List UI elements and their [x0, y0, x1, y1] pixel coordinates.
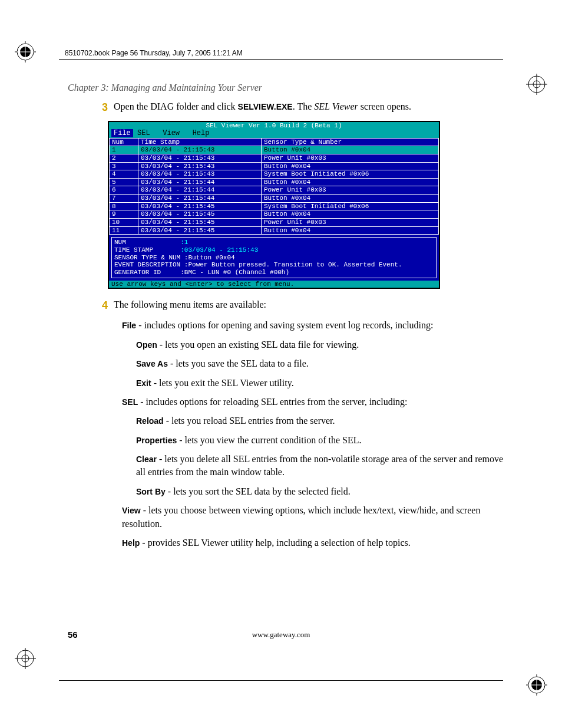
page: 8510702.book Page 56 Thursday, July 7, 2…	[0, 0, 562, 728]
text: . The	[293, 101, 315, 111]
top-frame-line	[59, 59, 503, 60]
step-4: 4 The following menu items are available…	[91, 298, 504, 313]
text: Open the DIAG folder and click	[114, 101, 238, 111]
table-row[interactable]: 403/03/04 - 21:15:43System Boot Initiate…	[110, 170, 439, 179]
table-row[interactable]: 103/03/04 - 21:15:43Button #0x04	[110, 146, 439, 154]
footer-url: www.gateway.com	[0, 630, 562, 640]
registration-mark-tr	[526, 74, 547, 95]
step-3: 3 Open the DIAG folder and click SELVIEW…	[91, 100, 504, 115]
ss-title: SEL Viewer Ver 1.0 Build 2 (Beta 1)	[109, 122, 439, 130]
step-number: 4	[91, 298, 108, 313]
menu-exit: Exit - lets you exit the SEL Viewer util…	[136, 377, 504, 390]
ss-footer: Use arrow keys and <Enter> to select fro…	[109, 281, 439, 288]
content: 3 Open the DIAG folder and click SELVIEW…	[91, 100, 504, 555]
menu-saveas: Save As - lets you save the SEL data to …	[136, 357, 504, 370]
menu-file[interactable]: File	[111, 129, 133, 137]
registration-mark-tl	[15, 41, 36, 62]
col-num: Num	[110, 138, 138, 146]
menu-reload: Reload - lets you reload SEL entries fro…	[136, 414, 504, 427]
step-body: Open the DIAG folder and click SELVIEW.E…	[114, 100, 504, 115]
menu-open: Open - lets you open an existing SEL dat…	[136, 338, 504, 351]
menu-help: Help - provides SEL Viewer utility help,…	[122, 536, 504, 549]
menu-view: View - lets you choose between viewing o…	[122, 504, 504, 531]
book-header: 8510702.book Page 56 Thursday, July 7, 2…	[65, 49, 243, 57]
table-row[interactable]: 1003/03/04 - 21:15:45Power Unit #0x03	[110, 219, 439, 227]
col-sensor: Sensor Type & Number	[262, 138, 439, 146]
exe-name: SELVIEW.EXE	[238, 102, 293, 111]
table-row[interactable]: 703/03/04 - 21:15:44Button #0x04	[110, 195, 439, 203]
table-header-row: Num Time Stamp Sensor Type & Number	[110, 138, 439, 146]
table-row[interactable]: 503/03/04 - 21:15:44Button #0x04	[110, 178, 439, 186]
screen-name: SEL Viewer	[314, 101, 358, 111]
table-row[interactable]: 803/03/04 - 21:15:45System Boot Initiate…	[110, 202, 439, 210]
bottom-frame-line	[59, 680, 503, 681]
table-row[interactable]: 903/03/04 - 21:15:45Button #0x04	[110, 210, 439, 219]
text: screen opens.	[358, 101, 411, 111]
table-row[interactable]: 1103/03/04 - 21:15:45Button #0x04	[110, 226, 439, 235]
registration-mark-br	[526, 674, 547, 696]
menu-sel: SEL - includes options for reloading SEL…	[122, 396, 504, 409]
table-row[interactable]: 303/03/04 - 21:15:43Button #0x04	[110, 162, 439, 170]
registration-mark-bl	[15, 648, 36, 669]
step-body: The following menu items are available:	[114, 298, 504, 313]
menu-clear: Clear - lets you delete all SEL entries …	[136, 453, 504, 479]
table-row[interactable]: 603/03/04 - 21:15:44Power Unit #0x03	[110, 186, 439, 195]
menu-file: File - includes options for opening and …	[122, 319, 504, 332]
step-number: 3	[91, 100, 108, 115]
ss-detail-panel: NUM :1 TIME STAMP :03/03/04 - 21:15:43 S…	[111, 237, 437, 278]
ss-menubar: File SEL View Help	[109, 130, 439, 138]
menu-properties: Properties - lets you view the current c…	[136, 434, 504, 447]
sel-viewer-screenshot: SEL Viewer Ver 1.0 Build 2 (Beta 1) File…	[108, 121, 440, 289]
menu-help[interactable]: Help	[193, 129, 210, 137]
menu-sel[interactable]: SEL	[137, 129, 150, 137]
chapter-title: Chapter 3: Managing and Maintaining Your…	[68, 83, 262, 93]
menu-view[interactable]: View	[163, 129, 180, 137]
menu-sortby: Sort By - lets you sort the SEL data by …	[136, 485, 504, 498]
col-ts: Time Stamp	[138, 138, 262, 146]
menu-descriptions: File - includes options for opening and …	[108, 319, 504, 549]
table-row[interactable]: 203/03/04 - 21:15:43Power Unit #0x03	[110, 154, 439, 162]
ss-table: Num Time Stamp Sensor Type & Number 103/…	[109, 138, 439, 235]
